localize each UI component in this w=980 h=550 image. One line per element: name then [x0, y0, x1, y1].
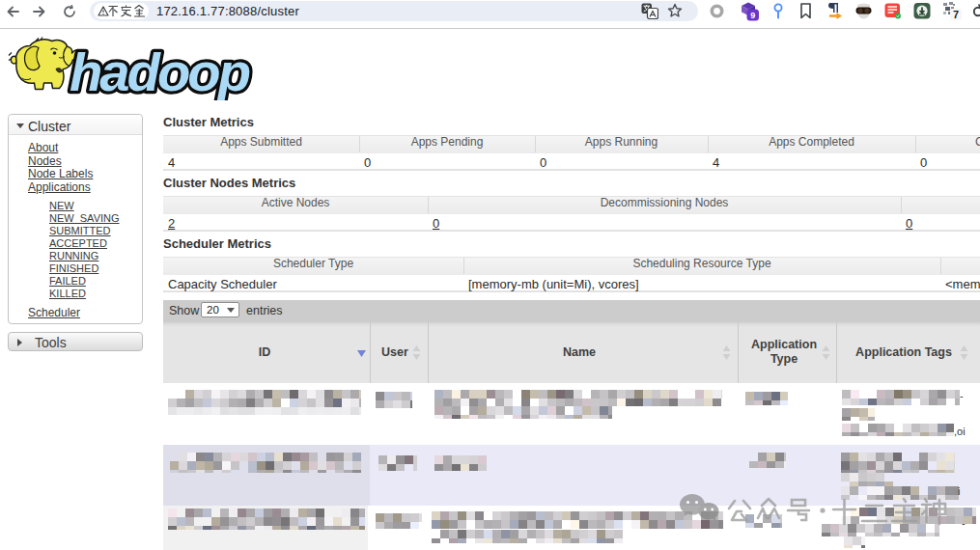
svg-text:hadoop: hadoop — [70, 41, 250, 100]
svg-text:7: 7 — [953, 9, 959, 20]
svg-text:9: 9 — [750, 11, 755, 20]
